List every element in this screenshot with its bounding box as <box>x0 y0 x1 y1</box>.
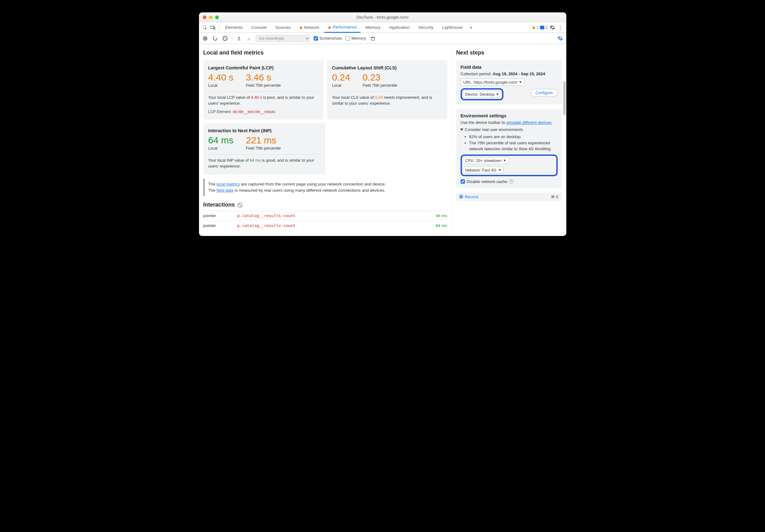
titlebar: DevTools - fonts.google.com/ <box>199 12 566 22</box>
clear-interactions-icon[interactable] <box>238 202 243 207</box>
warning-icon <box>328 26 331 29</box>
interaction-target: p.catalog__results-count <box>238 213 436 218</box>
inp-title: Interaction to Next Paint (INP) <box>208 128 321 133</box>
metrics-info-box: The local metrics are captured from the … <box>203 179 447 196</box>
interaction-type: pointer <box>203 213 238 218</box>
messages-badge[interactable]: 2 <box>540 24 548 31</box>
gc-icon[interactable] <box>370 35 376 42</box>
lcp-description: Your local LCP value of 4.40 s is poor, … <box>208 91 319 115</box>
lcp-element-link[interactable]: div.tile__text.tile__roboto <box>233 110 275 114</box>
inp-local-value: 64 ms <box>208 135 234 145</box>
tab-console[interactable]: Console <box>248 22 271 33</box>
local-metrics-link[interactable]: local metrics <box>217 182 240 186</box>
next-steps-heading: Next steps <box>456 50 562 56</box>
interaction-time: 64 ms <box>436 223 447 228</box>
record-button[interactable] <box>202 35 208 42</box>
cls-description: Your local CLS value of 0.24 needs impro… <box>332 91 442 107</box>
next-steps-panel: Next steps Field data Collection period:… <box>451 44 566 236</box>
settings-gear-icon[interactable] <box>549 24 556 31</box>
clear-icon[interactable] <box>222 35 228 42</box>
performance-toolbar: (no recordings) Screenshots Memory <box>199 33 566 44</box>
tab-application[interactable]: Application <box>385 22 413 33</box>
tab-network[interactable]: Network <box>296 22 323 33</box>
screenshots-checkbox[interactable]: Screenshots <box>314 36 342 41</box>
interaction-target: p.catalog__results-count <box>238 223 436 228</box>
warning-icon <box>300 26 303 29</box>
cpu-throttle-select[interactable]: CPU: 20× slowdown <box>462 157 509 164</box>
window-title: DevTools - fonts.google.com/ <box>199 15 566 20</box>
field-data-link[interactable]: field data <box>217 188 234 193</box>
interaction-type: pointer <box>203 223 238 228</box>
warnings-badge[interactable]: 1 <box>532 24 539 31</box>
record-shortcut: ⌘ E <box>551 194 558 199</box>
kebab-menu-icon[interactable]: ⋮ <box>557 24 564 31</box>
help-icon[interactable]: ? <box>509 179 513 184</box>
lcp-card: Largest Contentful Paint (LCP) 4.40 s Lo… <box>203 60 324 120</box>
device-select-highlight: Device: Desktop <box>460 88 504 100</box>
tab-memory[interactable]: Memory <box>362 22 384 33</box>
devtools-tabbar: Elements Console Sources Network Perform… <box>199 22 566 33</box>
panel-settings-gear-icon[interactable] <box>557 35 563 42</box>
disable-cache-checkbox[interactable]: Disable network cache ? <box>460 179 558 184</box>
lcp-title: Largest Contentful Paint (LCP) <box>208 65 319 70</box>
inp-description: Your local INP value of 64 ms is good, a… <box>208 154 321 169</box>
tab-sources[interactable]: Sources <box>272 22 295 33</box>
metrics-panel: Local and field metrics Largest Contentf… <box>199 44 451 236</box>
device-select[interactable]: Device: Desktop <box>462 91 502 98</box>
tab-security[interactable]: Security <box>414 22 437 33</box>
main-content: Local and field metrics Largest Contentf… <box>199 44 566 236</box>
metrics-heading: Local and field metrics <box>203 50 447 56</box>
lcp-field-value: 3.46 s <box>246 73 281 82</box>
interactions-list: pointerp.catalog__results-count48 mspoin… <box>203 211 447 230</box>
svg-rect-3 <box>372 38 375 40</box>
interaction-row[interactable]: pointerp.catalog__results-count64 ms <box>203 220 447 230</box>
tab-elements[interactable]: Elements <box>222 22 247 33</box>
upload-icon[interactable] <box>236 35 242 42</box>
devtools-window: DevTools - fonts.google.com/ Elements Co… <box>199 12 566 236</box>
cls-title: Cumulative Layout Shift (CLS) <box>332 65 442 70</box>
memory-checkbox[interactable]: Memory <box>346 36 366 41</box>
inspect-icon[interactable] <box>202 24 208 31</box>
cls-card: Cumulative Layout Shift (CLS) 0.24 Local… <box>327 60 447 120</box>
lcp-local-value: 4.40 s <box>208 73 234 82</box>
download-icon[interactable] <box>246 35 252 42</box>
inp-card: Interaction to Next Paint (INP) 64 ms Lo… <box>203 123 326 174</box>
more-tabs-icon[interactable]: » <box>467 24 474 31</box>
throttling-highlight: CPU: 20× slowdown Network: Fast 4G <box>460 154 558 176</box>
reload-record-icon[interactable] <box>212 35 218 42</box>
record-card: Record ⌘ E <box>456 193 562 201</box>
url-select[interactable]: URL: https://fonts.google.com/ <box>460 79 525 86</box>
interaction-row[interactable]: pointerp.catalog__results-count48 ms <box>203 211 447 220</box>
recordings-select[interactable]: (no recordings) <box>256 35 310 42</box>
interactions-heading: Interactions <box>203 202 235 208</box>
environments-details[interactable]: Consider real user environments 82% of u… <box>460 127 558 152</box>
scrollbar-thumb[interactable] <box>563 81 566 115</box>
record-dot-icon <box>459 195 463 198</box>
simulate-devices-link[interactable]: simulate different devices <box>506 120 551 125</box>
interaction-time: 48 ms <box>436 213 447 218</box>
device-toolbar-icon[interactable] <box>210 24 216 31</box>
inp-field-value: 221 ms <box>246 135 281 145</box>
network-throttle-select[interactable]: Network: Fast 4G <box>462 166 504 174</box>
tab-performance[interactable]: Performance <box>324 22 360 33</box>
cls-local-value: 0.24 <box>332 73 350 82</box>
environment-card: Environment settings Use the device tool… <box>456 109 562 188</box>
tab-lighthouse[interactable]: Lighthouse <box>438 22 466 33</box>
cls-field-value: 0.23 <box>363 73 397 82</box>
configure-button[interactable]: Configure <box>531 89 557 97</box>
field-data-card: Field data Collection period: Aug 19, 20… <box>456 60 562 105</box>
record-button-sidebar[interactable]: Record <box>459 194 478 199</box>
